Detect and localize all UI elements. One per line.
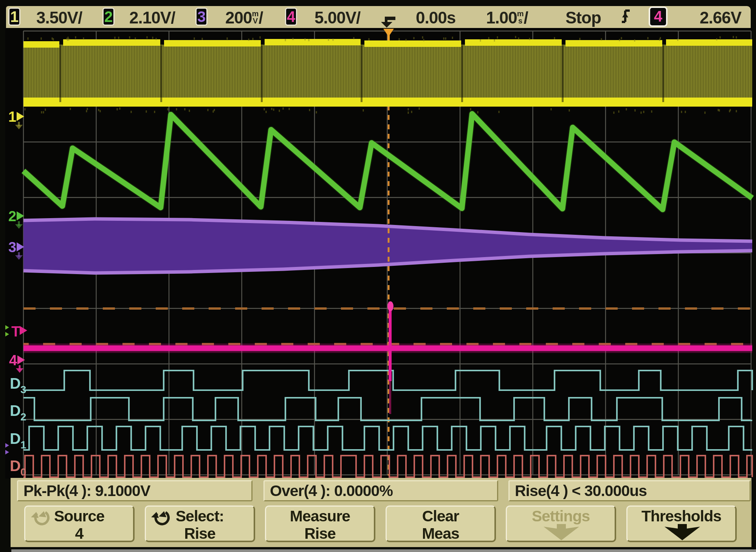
svg-text:D: D — [10, 430, 21, 447]
svg-text:3: 3 — [20, 384, 26, 395]
svg-text:2: 2 — [8, 208, 16, 224]
svg-text:T: T — [11, 324, 20, 340]
svg-text:0: 0 — [20, 466, 26, 478]
svg-text:D: D — [10, 402, 21, 419]
svg-text:D: D — [10, 375, 21, 392]
svg-text:3: 3 — [8, 239, 16, 255]
svg-text:D: D — [10, 457, 21, 474]
svg-text:1: 1 — [20, 439, 26, 451]
svg-text:4: 4 — [9, 352, 17, 368]
svg-text:1: 1 — [8, 109, 16, 125]
svg-text:2: 2 — [20, 411, 26, 423]
